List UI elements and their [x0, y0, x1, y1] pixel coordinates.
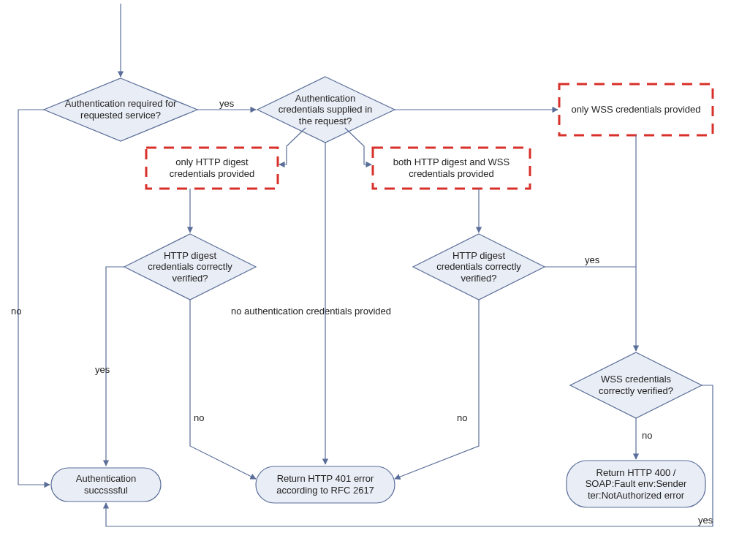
decision-http-verified-right-label: HTTP digest credentials correctly verifi… [428, 245, 530, 289]
edge-http-left-no [190, 300, 256, 479]
dashed-only-http: only HTTP digest credentials provided [146, 148, 278, 189]
label-http-left-yes: yes [95, 364, 110, 375]
flowchart-canvas: Authentication required for requested se… [0, 0, 731, 560]
label-wss-yes: yes [698, 515, 713, 526]
edge-auth-required-no [18, 110, 50, 485]
dashed-only-wss: only WSS credentials provided [559, 84, 713, 135]
terminator-auth-success-label: Authentication succsssful [53, 469, 159, 500]
dashed-both: both HTTP digest and WSS credentials pro… [373, 148, 530, 189]
decision-auth-required: Authentication required for requested se… [44, 78, 197, 141]
label-auth-required-no: no [11, 306, 21, 317]
decision-http-verified-left-label: HTTP digest credentials correctly verifi… [139, 245, 241, 289]
edge-creds-to-only-http [279, 128, 306, 164]
terminator-http-400-label: Return HTTP 400 / SOAP:Fault env:Sender … [569, 462, 702, 506]
label-wss-no: no [642, 430, 652, 441]
dashed-both-label: both HTTP digest and WSS credentials pro… [376, 150, 526, 186]
dashed-only-wss-label: only WSS credentials provided [563, 88, 709, 132]
terminator-http-401-label: Return HTTP 401 error according to RFC 2… [259, 468, 392, 502]
flowchart-svg: Authentication required for requested se… [0, 0, 731, 560]
decision-wss-verified: WSS credentials correctly verified? [570, 352, 702, 418]
decision-auth-required-label: Authentication required for requested se… [58, 86, 183, 133]
decision-http-verified-right: HTTP digest credentials correctly verifi… [413, 234, 545, 300]
terminator-auth-success: Authentication succsssful [51, 468, 161, 502]
label-no-creds: no authentication credentials provided [231, 306, 391, 317]
decision-creds-supplied-label: Authentication credentials supplied in t… [270, 86, 380, 133]
decision-creds-supplied: Authentication credentials supplied in t… [257, 77, 395, 143]
decision-wss-verified-label: WSS credentials correctly verified? [585, 364, 687, 406]
decision-http-verified-left: HTTP digest credentials correctly verifi… [124, 234, 256, 300]
label-http-right-yes: yes [585, 254, 600, 265]
label-http-left-no: no [194, 412, 204, 423]
edge-creds-to-both [345, 128, 371, 164]
terminator-http-401: Return HTTP 401 error according to RFC 2… [256, 466, 395, 503]
edge-http-right-no [395, 300, 479, 479]
dashed-only-http-label: only HTTP digest credentials provided [150, 150, 274, 186]
terminator-http-400: Return HTTP 400 / SOAP:Fault env:Sender … [567, 461, 705, 507]
label-http-right-no: no [457, 412, 467, 423]
label-auth-required-yes: yes [219, 98, 235, 109]
